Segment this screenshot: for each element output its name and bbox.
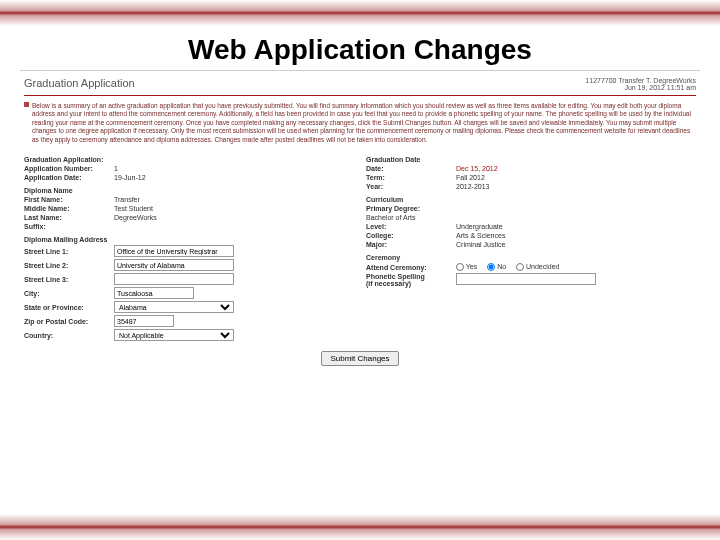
line1-label: Street Line 1: [24,248,114,255]
first-name-value: Transfer [114,196,140,203]
radio-no-text: No [497,263,506,270]
college-label: College: [366,232,456,239]
line1-input[interactable] [114,245,234,257]
middle-name-label: Middle Name: [24,205,114,212]
line2-label: Street Line 2: [24,262,114,269]
date-label: Date: [366,165,456,172]
phonetic-input[interactable] [456,273,596,285]
page-title: Graduation Application [24,77,135,89]
date-value: Dec 15, 2012 [456,165,498,172]
year-label: Year: [366,183,456,190]
timestamp: Jun 19, 2012 11:51 am [585,84,696,91]
app-number-value: 1 [114,165,118,172]
college-value: Arts & Sciences [456,232,505,239]
app-number-label: Application Number: [24,165,114,172]
line3-label: Street Line 3: [24,276,114,283]
phonetic-label-1: Phonetic Spelling [366,273,456,280]
phonetic-label: Phonetic Spelling (if necessary) [366,273,456,287]
section-grad-date: Graduation Date [366,156,696,163]
last-name-value: DegreeWorks [114,214,157,221]
city-input[interactable] [114,287,194,299]
app-date-label: Application Date: [24,174,114,181]
radio-no-label[interactable]: No [487,263,506,270]
user-name: 11277700 Transfer T. DegreeWorks [585,77,696,84]
attend-radio-group: Yes No Undecided [456,263,567,271]
decorative-top-band [0,0,720,26]
radio-yes-label[interactable]: Yes [456,263,477,270]
zip-label: Zip or Postal Code: [24,318,114,325]
app-date-value: 19-Jun-12 [114,174,146,181]
phonetic-label-2: (if necessary) [366,280,456,287]
suffix-label: Suffix: [24,223,114,230]
state-select[interactable]: Alabama [114,301,234,313]
middle-name-value: Test Student [114,205,153,212]
info-text: Below is a summary of an active graduati… [24,102,696,144]
radio-und-text: Undecided [526,263,559,270]
major-label: Major: [366,241,456,248]
major-value: Criminal Justice [456,241,505,248]
radio-yes-text: Yes [466,263,477,270]
year-value: 2012-2013 [456,183,489,190]
line2-input[interactable] [114,259,234,271]
application-window: Graduation Application 11277700 Transfer… [20,70,700,376]
radio-und[interactable] [516,263,524,271]
city-label: City: [24,290,114,297]
submit-changes-button[interactable]: Submit Changes [321,351,398,366]
decorative-bottom-band [0,514,720,540]
state-label: State or Province: [24,304,114,311]
attend-label: Attend Ceremony: [366,264,456,271]
header-meta: 11277700 Transfer T. DegreeWorks Jun 19,… [585,77,696,91]
section-diploma-name: Diploma Name [24,187,354,194]
info-icon [24,102,29,107]
country-label: Country: [24,332,114,339]
term-value: Fall 2012 [456,174,485,181]
divider [24,95,696,96]
degree-value: Bachelor of Arts [366,214,456,221]
term-label: Term: [366,174,456,181]
zip-input[interactable] [114,315,174,327]
country-select[interactable]: Not Applicable [114,329,234,341]
radio-und-label[interactable]: Undecided [516,263,559,270]
line3-input[interactable] [114,273,234,285]
level-value: Undergraduate [456,223,503,230]
slide-title: Web Application Changes [0,34,720,66]
first-name-label: First Name: [24,196,114,203]
degree-label: Primary Degree: [366,205,456,212]
info-text-block: Below is a summary of an active graduati… [24,100,696,150]
radio-yes[interactable] [456,263,464,271]
section-grad-app: Graduation Application: [24,156,354,163]
last-name-label: Last Name: [24,214,114,221]
section-mailing: Diploma Mailing Address [24,236,354,243]
section-curriculum: Curriculum [366,196,696,203]
radio-no[interactable] [487,263,495,271]
level-label: Level: [366,223,456,230]
section-ceremony: Ceremony [366,254,696,261]
